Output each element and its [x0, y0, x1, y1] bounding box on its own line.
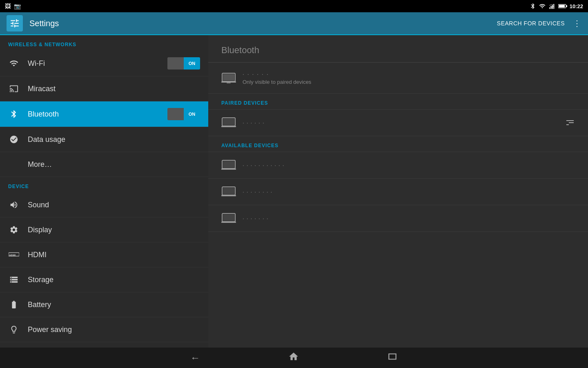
bluetooth-toggle-off [167, 108, 184, 120]
svg-rect-11 [221, 81, 236, 83]
miracast-icon [8, 83, 20, 94]
status-right-icons: 10:22 [530, 3, 583, 9]
my-device-section: · · · · · · Only visible to paired devic… [208, 63, 588, 94]
signal-icon [548, 3, 556, 9]
available-device-row-2[interactable]: · · · · · · · · [208, 179, 588, 205]
sidebar-item-more[interactable]: More… [0, 152, 208, 177]
display-label: Display [28, 226, 200, 234]
back-button[interactable]: ← [187, 349, 203, 367]
sound-icon [8, 199, 20, 211]
content-title: Bluetooth [208, 35, 588, 63]
my-device-icon [221, 72, 236, 84]
device-visibility-text: Only visible to paired devices [243, 79, 311, 85]
recents-button[interactable] [384, 348, 401, 368]
display-icon [8, 224, 20, 236]
paired-devices-label: PAIRED DEVICES [208, 94, 588, 110]
storage-icon [8, 274, 20, 285]
section-header-device: DEVICE [0, 177, 208, 193]
wifi-label: Wi-Fi [28, 59, 167, 68]
status-left-icons: 🖼 📷 [5, 3, 21, 9]
sound-label: Sound [28, 201, 200, 209]
battery-icon [8, 299, 20, 310]
search-devices-button[interactable]: SEARCH FOR DEVICES [497, 20, 565, 27]
svg-rect-21 [221, 195, 236, 196]
bluetooth-toggle-on: ON [184, 108, 200, 120]
more-options-button[interactable]: ⋮ [573, 18, 581, 28]
available-device-1-icon [221, 159, 236, 171]
available-device-1-name: · · · · · · · · · · · [243, 162, 575, 168]
wifi-toggle[interactable]: ON [167, 57, 200, 70]
available-devices-label: AVAILABLE DEVICES [208, 136, 588, 152]
hdmi-icon: HDMI [8, 249, 20, 260]
notification-icon-2: 📷 [14, 3, 21, 9]
miracast-label: Miracast [28, 85, 200, 93]
svg-rect-23 [223, 214, 234, 221]
bluetooth-icon [8, 108, 20, 120]
home-button[interactable] [285, 348, 302, 368]
svg-text:HDMI: HDMI [9, 254, 16, 256]
powersaving-icon [8, 324, 20, 335]
sidebar-item-storage[interactable]: Storage [0, 267, 208, 292]
sidebar-item-miracast[interactable]: Miracast [0, 76, 208, 101]
available-device-3-icon [221, 213, 236, 224]
datausage-label: Data usage [28, 135, 200, 144]
paired-device-row[interactable]: · · · · · · [208, 110, 588, 136]
bluetooth-status-icon [530, 3, 536, 9]
available-device-2-name: · · · · · · · · [243, 188, 575, 195]
device-settings-icon[interactable] [565, 118, 575, 128]
wifi-status-icon [539, 3, 546, 9]
more-label: More… [28, 160, 200, 169]
sidebar-item-datausage[interactable]: Data usage [0, 127, 208, 152]
available-device-row-1[interactable]: · · · · · · · · · · · [208, 152, 588, 179]
svg-rect-5 [566, 5, 567, 7]
main-layout: WIRELESS & NETWORKS Wi-Fi ON Miracast [0, 35, 588, 348]
svg-rect-12 [227, 83, 231, 83]
svg-rect-14 [223, 119, 234, 125]
wifi-toggle-on: ON [184, 57, 200, 70]
svg-rect-1 [550, 6, 551, 9]
bluetooth-label: Bluetooth [28, 110, 167, 119]
notification-icon-1: 🖼 [5, 3, 11, 9]
available-device-row-3[interactable]: · · · · · · · [208, 205, 588, 232]
status-bar: 🖼 📷 10:22 [0, 0, 588, 12]
wifi-icon [8, 58, 20, 69]
sidebar: WIRELESS & NETWORKS Wi-Fi ON Miracast [0, 35, 208, 348]
sidebar-item-apps[interactable]: Apps [0, 342, 208, 348]
svg-rect-18 [221, 168, 236, 170]
battery-status-icon [558, 3, 567, 9]
bluetooth-toggle[interactable]: ON [167, 108, 200, 120]
available-device-3-name: · · · · · · · [243, 215, 575, 222]
available-device-2-icon [221, 186, 236, 197]
sidebar-item-battery[interactable]: Battery [0, 292, 208, 317]
svg-rect-15 [221, 126, 236, 127]
my-device-name: · · · · · · [243, 71, 269, 77]
sidebar-item-display[interactable]: Display [0, 218, 208, 242]
svg-rect-20 [223, 188, 234, 194]
content-panel: Bluetooth · · · · · · Only visible to pa… [208, 35, 588, 348]
storage-label: Storage [28, 276, 200, 284]
svg-rect-0 [549, 7, 550, 9]
svg-rect-17 [223, 161, 234, 168]
sidebar-item-powersaving[interactable]: Power saving [0, 317, 208, 342]
settings-app-icon [7, 15, 23, 31]
paired-device-name: · · · · · · [243, 119, 565, 126]
my-device-info: · · · · · · Only visible to paired devic… [243, 71, 311, 85]
sidebar-item-wifi[interactable]: Wi-Fi ON [0, 51, 208, 76]
hdmi-label: HDMI [28, 251, 200, 259]
powersaving-label: Power saving [28, 325, 200, 334]
sidebar-item-hdmi[interactable]: HDMI HDMI [0, 242, 208, 267]
status-time: 10:22 [570, 3, 583, 9]
svg-rect-3 [553, 4, 554, 9]
paired-device-icon [221, 117, 236, 128]
svg-rect-24 [221, 222, 236, 223]
sidebar-item-sound[interactable]: Sound [0, 193, 208, 218]
svg-rect-2 [552, 5, 553, 9]
datausage-icon [8, 134, 20, 145]
svg-rect-6 [559, 5, 565, 7]
top-bar: Settings SEARCH FOR DEVICES ⋮ [0, 12, 588, 35]
section-header-wireless: WIRELESS & NETWORKS [0, 35, 208, 51]
sidebar-item-bluetooth[interactable]: Bluetooth ON [0, 101, 208, 127]
bottom-nav: ← [0, 348, 588, 368]
top-bar-actions: SEARCH FOR DEVICES ⋮ [497, 18, 581, 28]
svg-rect-10 [223, 74, 234, 81]
